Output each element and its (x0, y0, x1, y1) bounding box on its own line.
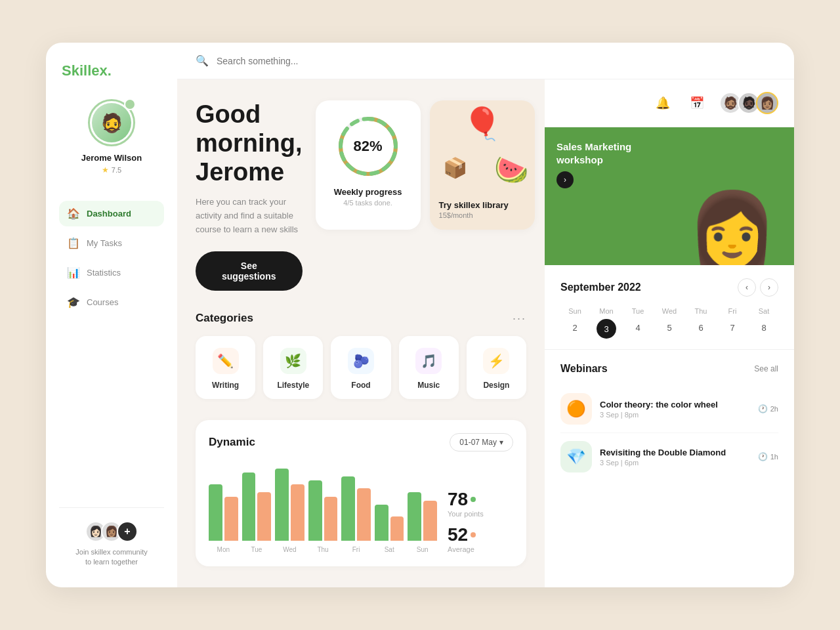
category-food[interactable]: 🫐 Food (331, 336, 390, 399)
bar-group-thu (308, 480, 338, 541)
chart-label-mon: Mon (209, 546, 238, 553)
avatar: 🧔 (92, 103, 131, 142)
progress-sub: 4/5 tasks done. (343, 199, 392, 207)
webinars-header: Webinars See all (560, 363, 778, 375)
webinar-color-theory[interactable]: 🟠 Color theory: the color wheel 3 Sep | … (560, 385, 778, 433)
watermelon-icon: 🍉 (494, 154, 528, 186)
sidebar: Skillex. 🧔 Jerome Wilson ★ 7.5 🏠 Dashboa… (46, 43, 177, 587)
calendar-icon[interactable]: 📅 (685, 91, 709, 115)
average-stat: 52 Average (448, 524, 513, 553)
webinars-see-all[interactable]: See all (754, 364, 778, 373)
calendar-day-names: Sun Mon Tue Wed Thu Fri Sat (560, 307, 778, 315)
calendar-days: 2345678 (560, 319, 778, 339)
webinar-thumb-2: 💎 (560, 441, 592, 472)
day-sat: Sat (749, 307, 778, 315)
cal-day-6[interactable]: 6 (686, 319, 715, 339)
cal-day-7[interactable]: 7 (718, 319, 747, 339)
banner-workshop-info: Sales Marketing workshop › (545, 127, 669, 265)
stats-icon: 📊 (67, 266, 80, 279)
app-container: Skillex. 🧔 Jerome Wilson ★ 7.5 🏠 Dashboa… (46, 43, 794, 587)
bar-green-wed (275, 469, 289, 541)
cal-day-5[interactable]: 5 (655, 319, 684, 339)
progress-value: 82% (354, 138, 383, 155)
community-avatars: 👩🏻 👩🏽 + (85, 521, 138, 542)
bar-orange-thu (324, 497, 338, 541)
bar-group-wed (275, 469, 304, 541)
library-card[interactable]: 🎈 📦 🍉 Try skillex library 15$/month (430, 100, 535, 230)
hero-cards: 82% Weekly progress 4/5 tasks done. 🎈 📦 … (316, 100, 535, 230)
panels: Good morning, Jerome Here you can track … (177, 79, 794, 587)
chart-area: MonTueWedThuFriSatSun (209, 462, 437, 553)
bar-orange-wed (291, 484, 304, 541)
suggestions-button[interactable]: See suggestions (196, 251, 303, 291)
music-icon: 🎵 (415, 348, 442, 374)
bar-group-sat (375, 505, 404, 541)
home-icon: 🏠 (67, 207, 80, 220)
calendar-next[interactable]: › (760, 278, 778, 297)
points-label: Your points (448, 510, 513, 518)
cal-day-3[interactable]: 3 (597, 319, 616, 339)
user-rating: ★ 7.5 (102, 165, 121, 175)
chart-label-tue: Tue (242, 546, 272, 553)
categories-title: Categories (196, 312, 253, 325)
bar-orange-fri (357, 488, 371, 540)
category-lifestyle[interactable]: 🌿 Lifestyle (263, 336, 323, 399)
notification-bell[interactable]: 🔔 (651, 91, 675, 115)
categories-grid: ✏️ Writing 🌿 Lifestyle 🫐 Food 🎵 (196, 336, 526, 399)
logo: Skillex. (59, 62, 164, 79)
webinars-title: Webinars (560, 363, 608, 375)
bar-group-sun (408, 492, 437, 540)
stats-area: 78 Your points 52 Average (448, 489, 513, 553)
community-text: Join skillex community to learn together (75, 547, 147, 568)
balloon-icon: 🎈 (463, 106, 502, 142)
sidebar-item-courses[interactable]: 🎓 Courses (59, 289, 164, 315)
bar-green-tue (242, 472, 256, 541)
hero-text: Good morning, Jerome Here you can track … (196, 100, 303, 290)
main-content: 🔍 Good morning, Jerome Here you can trac… (177, 43, 794, 587)
chart-labels: MonTueWedThuFriSatSun (209, 546, 437, 553)
workshop-arrow-button[interactable]: › (556, 171, 574, 188)
categories-header: Categories ··· (196, 312, 526, 326)
writing-icon: ✏️ (213, 348, 239, 374)
cal-day-2[interactable]: 2 (560, 319, 589, 339)
calendar-prev[interactable]: ‹ (738, 278, 756, 297)
cube-icon: 📦 (443, 156, 467, 179)
sidebar-item-statistics[interactable]: 📊 Statistics (59, 260, 164, 285)
avatar-ring: 🧔 (88, 99, 135, 146)
lifestyle-icon: 🌿 (280, 348, 306, 374)
bar-group-mon (209, 484, 238, 541)
star-icon: ★ (102, 165, 109, 175)
chart-label-sun: Sun (408, 546, 437, 553)
bar-group-fri (341, 476, 371, 541)
webinar-info-2: Revisiting the Double Diamond 3 Sep | 6p… (600, 448, 750, 467)
cal-day-8[interactable]: 8 (749, 319, 778, 339)
right-panel-top: 🔔 📅 🧔🏽 🧔🏿 👩🏽 (545, 79, 794, 127)
day-sun: Sun (560, 307, 589, 315)
category-writing[interactable]: ✏️ Writing (196, 336, 255, 399)
categories-more[interactable]: ··· (513, 312, 526, 326)
day-mon: Mon (592, 307, 621, 315)
category-music[interactable]: 🎵 Music (399, 336, 459, 399)
category-design[interactable]: ⚡ Design (467, 336, 526, 399)
logo-dot: . (108, 62, 112, 79)
library-label: Try skillex library (439, 200, 526, 210)
top-avatar-3: 👩🏽 (756, 92, 778, 114)
webinar-double-diamond[interactable]: 💎 Revisiting the Double Diamond 3 Sep | … (560, 433, 778, 480)
cal-day-4[interactable]: 4 (623, 319, 652, 339)
design-icon: ⚡ (483, 348, 509, 374)
library-price: 15$/month (439, 211, 526, 219)
date-range-picker[interactable]: 01-07 May ▾ (450, 433, 513, 452)
chevron-down-icon: ▾ (499, 438, 503, 447)
user-profile: 🧔 Jerome Wilson ★ 7.5 (59, 99, 164, 175)
sidebar-item-dashboard[interactable]: 🏠 Dashboard (59, 201, 164, 226)
webinar-info-1: Color theory: the color wheel 3 Sep | 8p… (600, 400, 750, 419)
community-add-button[interactable]: + (117, 521, 138, 542)
community-section: 👩🏻 👩🏽 + Join skillex community to learn … (59, 507, 164, 568)
courses-icon: 🎓 (67, 296, 80, 308)
right-panel: 🔔 📅 🧔🏽 🧔🏿 👩🏽 Sales Marketing workshop › (545, 79, 794, 587)
chart-label-sat: Sat (375, 546, 404, 553)
dynamic-section: Dynamic 01-07 May ▾ (196, 420, 526, 566)
search-input[interactable] (217, 56, 776, 66)
sidebar-item-my-tasks[interactable]: 📋 My Tasks (59, 230, 164, 256)
workshop-banner: Sales Marketing workshop › 👩 (545, 127, 794, 265)
